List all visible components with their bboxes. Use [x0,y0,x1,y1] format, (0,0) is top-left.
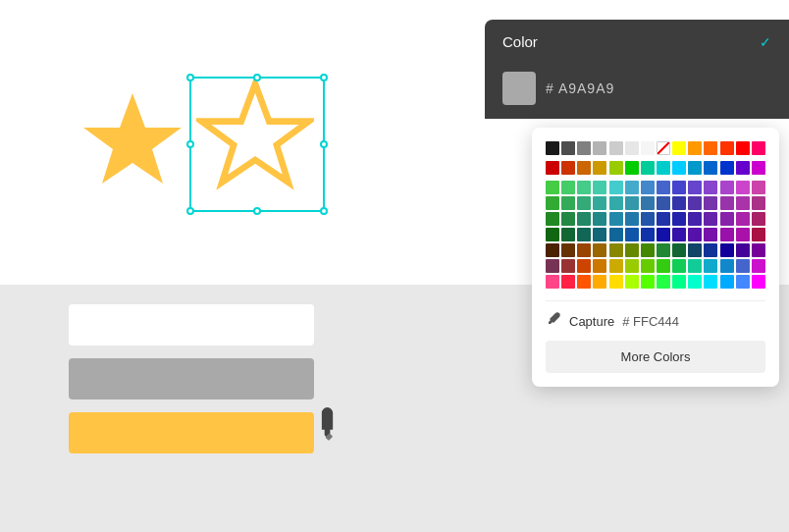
color-cell[interactable] [672,196,686,210]
color-cell[interactable] [577,243,591,257]
color-cell[interactable] [625,259,639,273]
color-cell[interactable] [672,228,686,241]
color-cell[interactable] [593,243,606,257]
color-cell[interactable] [752,228,765,241]
color-cell[interactable] [546,275,559,289]
color-cell[interactable] [561,243,575,257]
color-cell[interactable] [577,212,591,226]
color-cell[interactable] [641,259,655,273]
color-cell[interactable] [688,259,702,273]
color-cell[interactable] [657,141,670,155]
color-cell[interactable] [704,243,717,257]
color-cell[interactable] [657,275,670,289]
color-cell[interactable] [593,181,606,194]
color-cell[interactable] [609,275,623,289]
color-swatch[interactable] [502,72,536,105]
color-cell[interactable] [704,161,717,175]
color-cell[interactable] [657,196,670,210]
color-cell[interactable] [720,259,734,273]
color-cell[interactable] [561,212,575,226]
color-cell[interactable] [609,212,623,226]
color-cell[interactable] [704,228,717,241]
color-cell[interactable] [625,181,639,194]
color-cell[interactable] [704,275,717,289]
color-cell[interactable] [546,196,559,210]
color-cell[interactable] [609,161,623,175]
color-cell[interactable] [736,259,750,273]
color-cell[interactable] [688,181,702,194]
color-cell[interactable] [657,228,670,241]
color-cell[interactable] [561,141,575,155]
color-cell[interactable] [752,259,765,273]
color-cell[interactable] [577,181,591,194]
color-cell[interactable] [593,141,606,155]
color-cell[interactable] [720,212,734,226]
color-cell[interactable] [625,275,639,289]
color-cell[interactable] [672,181,686,194]
color-cell[interactable] [657,181,670,194]
color-cell[interactable] [561,259,575,273]
color-cell[interactable] [736,243,750,257]
color-cell[interactable] [593,196,606,210]
color-cell[interactable] [736,196,750,210]
color-cell[interactable] [688,161,702,175]
hex-input[interactable]: # A9A9A9 [546,80,614,96]
color-cell[interactable] [593,212,606,226]
solid-star[interactable] [79,88,186,200]
color-cell[interactable] [720,243,734,257]
color-cell[interactable] [736,141,750,155]
panel-chevron-icon[interactable]: ✓ [760,34,771,50]
color-cell[interactable] [720,228,734,241]
color-cell[interactable] [546,161,559,175]
color-cell[interactable] [625,161,639,175]
color-cell[interactable] [720,161,734,175]
color-cell[interactable] [752,243,765,257]
color-cell[interactable] [577,275,591,289]
color-cell[interactable] [672,275,686,289]
color-cell[interactable] [688,243,702,257]
color-cell[interactable] [625,196,639,210]
color-cell[interactable] [641,243,655,257]
color-cell[interactable] [561,228,575,241]
color-cell[interactable] [657,161,670,175]
color-cell[interactable] [704,196,717,210]
color-cell[interactable] [688,275,702,289]
color-cell[interactable] [736,212,750,226]
color-cell[interactable] [641,141,655,155]
color-cell[interactable] [577,228,591,241]
color-cell[interactable] [688,228,702,241]
color-cell[interactable] [704,259,717,273]
color-cell[interactable] [609,181,623,194]
color-cell[interactable] [609,259,623,273]
color-cell[interactable] [641,212,655,226]
color-cell[interactable] [641,228,655,241]
color-cell[interactable] [736,181,750,194]
color-cell[interactable] [736,275,750,289]
color-cell[interactable] [672,161,686,175]
color-cell[interactable] [688,141,702,155]
color-cell[interactable] [720,275,734,289]
color-cell[interactable] [561,181,575,194]
color-cell[interactable] [704,141,717,155]
color-cell[interactable] [657,212,670,226]
color-cell[interactable] [609,196,623,210]
color-cell[interactable] [625,243,639,257]
color-cell[interactable] [593,259,606,273]
color-cell[interactable] [704,212,717,226]
color-cell[interactable] [736,161,750,175]
color-cell[interactable] [641,181,655,194]
color-cell[interactable] [546,243,559,257]
color-cell[interactable] [704,181,717,194]
color-cell[interactable] [688,212,702,226]
color-cell[interactable] [625,212,639,226]
color-cell[interactable] [752,161,765,175]
color-cell[interactable] [561,161,575,175]
color-cell[interactable] [546,181,559,194]
color-cell[interactable] [577,161,591,175]
rect-white[interactable] [69,304,314,346]
color-cell[interactable] [720,181,734,194]
rect-yellow[interactable] [69,412,314,453]
color-cell[interactable] [625,141,639,155]
color-cell[interactable] [546,228,559,241]
color-cell[interactable] [657,259,670,273]
